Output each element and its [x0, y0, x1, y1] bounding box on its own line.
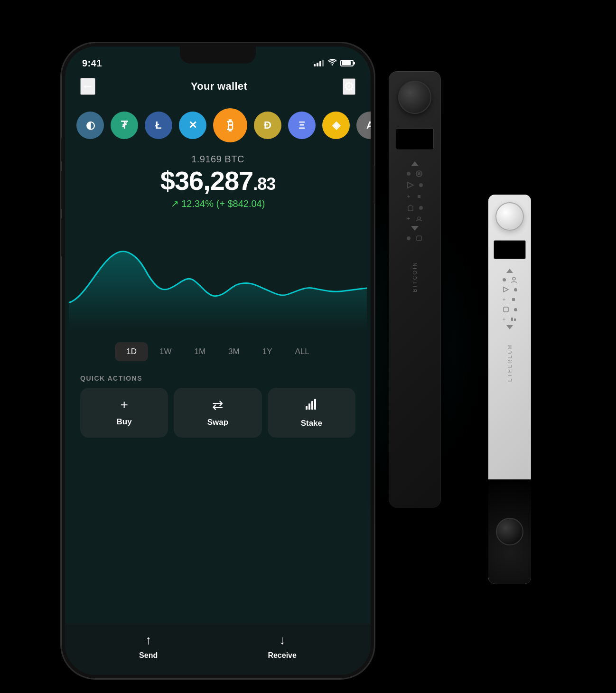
coin-algo[interactable]: A	[356, 112, 371, 139]
hw-white-connector	[496, 518, 523, 545]
receive-label: Receive	[268, 651, 297, 660]
svg-rect-12	[511, 318, 513, 321]
svg-rect-0	[306, 406, 308, 410]
svg-rect-3	[314, 399, 316, 410]
action-buttons: + Buy ⇄ Swap Sta	[65, 388, 371, 438]
hw-white-screen	[494, 240, 526, 259]
coin-xrp[interactable]: ✕	[179, 112, 206, 139]
usd-cents: .83	[253, 174, 275, 194]
usd-price: $36,287.83	[80, 168, 355, 194]
phone-notch	[180, 47, 256, 64]
hw-white-thumb	[495, 202, 524, 231]
swap-button[interactable]: ⇄ Swap	[174, 388, 261, 438]
time-period-all[interactable]: ALL	[284, 342, 321, 361]
buy-icon: +	[120, 397, 128, 412]
back-button[interactable]: ←	[80, 78, 95, 95]
receive-icon: ↓	[279, 633, 285, 647]
coin-usdt[interactable]: ₮	[111, 112, 138, 139]
buy-button[interactable]: + Buy	[80, 388, 168, 438]
coin-carousel[interactable]: ◐ ₮ Ł ✕ ₿ Ð Ξ ◈ A	[65, 101, 371, 150]
wifi-icon	[328, 59, 336, 67]
stake-icon	[305, 397, 318, 414]
svg-rect-13	[514, 318, 516, 321]
swap-label: Swap	[207, 418, 228, 427]
page-title: Your wallet	[191, 80, 247, 93]
hw-white-label: Ethereum	[507, 344, 513, 382]
send-label: Send	[139, 651, 158, 660]
svg-point-9	[513, 277, 515, 280]
svg-rect-5	[418, 172, 420, 175]
coin-bnb[interactable]: ◈	[322, 112, 350, 139]
time-period-1w[interactable]: 1W	[148, 342, 183, 361]
phone-power-button	[373, 166, 374, 204]
svg-rect-10	[512, 298, 515, 301]
coin-ltc[interactable]: Ł	[145, 112, 172, 139]
svg-rect-1	[308, 403, 310, 410]
signal-icon	[314, 60, 324, 66]
time-period-1m[interactable]: 1M	[183, 342, 217, 361]
svg-point-7	[418, 217, 420, 220]
time-period-selector: 1D 1W 1M 3M 1Y ALL	[65, 335, 371, 369]
svg-rect-8	[417, 236, 421, 241]
time-period-1y[interactable]: 1Y	[251, 342, 284, 361]
swap-icon: ⇄	[212, 397, 223, 413]
hw-black-label: Bitcoin	[412, 261, 418, 292]
app-header: ← Your wallet ⚙	[65, 72, 371, 101]
svg-rect-2	[311, 401, 313, 410]
stake-button[interactable]: Stake	[268, 388, 355, 438]
hw-white-bottom	[488, 479, 531, 584]
coin-partial[interactable]: ◐	[76, 112, 104, 139]
hw-black-screen	[396, 128, 434, 150]
price-section: 1.9169 BTC $36,287.83 ↗ 12.34% (+ $842.0…	[65, 150, 371, 211]
stake-label: Stake	[301, 419, 322, 428]
phone-device: 9:41 ← Your	[61, 43, 374, 679]
status-icons	[314, 59, 354, 67]
price-chart	[65, 211, 371, 335]
time-period-3m[interactable]: 3M	[217, 342, 251, 361]
settings-button[interactable]: ⚙	[343, 78, 355, 95]
buy-label: Buy	[117, 417, 132, 427]
coin-btc[interactable]: ₿	[213, 108, 247, 142]
hw-white-controls: + +	[503, 269, 517, 329]
receive-button[interactable]: ↓ Receive	[268, 633, 297, 660]
quick-actions-label: QUICK ACTIONS	[65, 369, 371, 388]
time-period-1d[interactable]: 1D	[115, 342, 148, 361]
bottom-bar: ↑ Send ↓ Receive	[65, 623, 371, 675]
usd-main: $36,287	[160, 166, 253, 196]
svg-rect-6	[418, 195, 420, 198]
btc-amount: 1.9169 BTC	[80, 154, 355, 165]
scene: 9:41 ← Your	[47, 14, 569, 679]
coin-eth[interactable]: Ξ	[288, 112, 316, 139]
phone-silent-button	[61, 138, 62, 161]
phone-volume-up-button	[61, 171, 62, 209]
svg-rect-11	[504, 307, 508, 312]
send-icon: ↑	[145, 633, 151, 647]
hardware-wallet-black: + +	[389, 71, 441, 508]
hw-black-controls: + +	[407, 161, 423, 242]
price-change: ↗ 12.34% (+ $842.04)	[80, 198, 355, 209]
phone-screen: 9:41 ← Your	[65, 47, 371, 675]
send-button[interactable]: ↑ Send	[139, 633, 158, 660]
hw-black-thumb	[398, 81, 431, 114]
status-time: 9:41	[82, 58, 102, 69]
phone-volume-down-button	[61, 218, 62, 256]
hardware-wallet-white: + +	[488, 195, 531, 584]
coin-doge[interactable]: Ð	[254, 112, 281, 139]
battery-icon	[340, 60, 354, 66]
